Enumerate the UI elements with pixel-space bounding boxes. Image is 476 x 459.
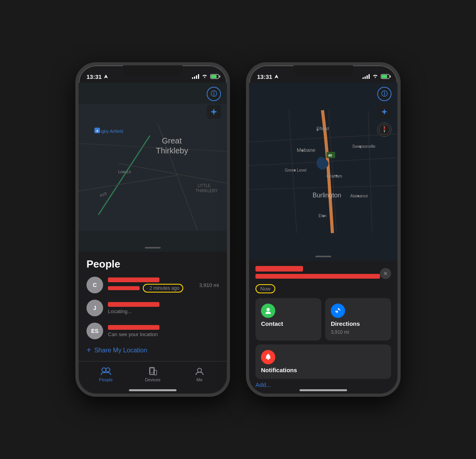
- svg-point-50: [268, 354, 269, 355]
- info-button-left[interactable]: ⓘ: [207, 87, 221, 101]
- svg-text:N: N: [384, 126, 385, 128]
- drag-handle-right[interactable]: [315, 256, 331, 257]
- battery-icon: [210, 74, 219, 79]
- notch: [123, 65, 182, 76]
- person-status-es: Can see your location: [108, 331, 219, 337]
- contact-person-icon: [265, 307, 272, 314]
- contact-label: Contact: [261, 320, 316, 327]
- avatar-es: ES: [86, 323, 103, 339]
- svg-text:✈: ✈: [96, 129, 99, 133]
- directions-arrow-icon: [334, 307, 342, 314]
- sheet-title: People: [86, 258, 219, 270]
- share-label: Share My Location: [94, 347, 147, 354]
- directions-label: Directions: [331, 320, 386, 327]
- person-info-j: Locating...: [108, 302, 219, 314]
- person-sub-row-c: · 2 minutes ago: [108, 284, 194, 293]
- home-indicator-right: [299, 389, 347, 391]
- svg-point-21: [198, 368, 202, 372]
- person-status-j: Locating...: [108, 308, 219, 314]
- person-info-es: Can see your location: [108, 325, 219, 337]
- person-row-c[interactable]: C · 2 minutes ago 3,910 mi: [86, 277, 219, 293]
- person-info-c: · 2 minutes ago: [108, 277, 194, 293]
- svg-text:Green Level: Green Level: [285, 168, 306, 172]
- person-row-j[interactable]: J Locating...: [86, 300, 219, 316]
- add-link[interactable]: Add...: [255, 381, 391, 388]
- status-time-right: 13:31: [257, 73, 278, 80]
- locate-icon: [210, 108, 217, 115]
- share-location-button[interactable]: + Share My Location: [86, 346, 219, 355]
- contact-card[interactable]: Contact: [255, 298, 321, 340]
- location-arrow-icon: [104, 75, 108, 78]
- person-distance-c: 3,910 mi: [199, 282, 219, 288]
- svg-point-44: [357, 195, 359, 197]
- avatar-c: C: [86, 277, 103, 293]
- close-button[interactable]: ✕: [380, 268, 391, 279]
- svg-point-48: [267, 308, 270, 311]
- home-indicator-left: [129, 389, 177, 391]
- tab-people-label: People: [99, 377, 113, 382]
- detail-sub-bar: [255, 274, 380, 279]
- tab-devices[interactable]: Devices: [129, 367, 176, 382]
- map-svg-left: Low Ln A19 Great Thirkleby LITTLE THIRKL…: [79, 83, 227, 252]
- map-left: Low Ln A19 Great Thirkleby LITTLE THIRKL…: [79, 83, 227, 252]
- status-time-left: 13:31: [86, 73, 108, 80]
- svg-text:igby Airfield: igby Airfield: [101, 129, 123, 134]
- svg-text:Mebane: Mebane: [297, 147, 315, 153]
- tab-me-label: Me: [196, 377, 202, 382]
- detail-sheet-right: ✕ Now Contact: [249, 260, 397, 394]
- bell-icon: [265, 354, 272, 361]
- svg-point-45: [323, 215, 324, 217]
- notifications-label: Notifications: [261, 367, 386, 373]
- action-grid: Contact Directions 3,910 mi: [255, 298, 391, 340]
- detail-name-bar: [255, 266, 303, 272]
- now-badge: Now: [255, 284, 275, 293]
- svg-rect-49: [267, 359, 269, 360]
- svg-point-17: [106, 368, 110, 372]
- svg-point-43: [336, 175, 337, 176]
- svg-text:Thirkleby: Thirkleby: [156, 146, 188, 155]
- directions-distance: 3,910 mi: [331, 329, 386, 335]
- drag-handle-left[interactable]: [145, 247, 161, 249]
- svg-text:Efland: Efland: [317, 126, 329, 131]
- signal-icon-right: [363, 74, 370, 79]
- svg-text:Great: Great: [162, 136, 182, 145]
- compass-icon: N: [379, 124, 390, 135]
- notifications-card[interactable]: Notifications: [255, 344, 391, 379]
- svg-text:Low Ln: Low Ln: [118, 170, 131, 174]
- locate-icon-right: [381, 108, 388, 115]
- time-highlight-c: · 2 minutes ago: [143, 284, 183, 293]
- right-phone: 13:31: [246, 62, 401, 397]
- plus-icon: +: [86, 346, 91, 355]
- svg-point-41: [359, 146, 361, 147]
- svg-text:Burlington: Burlington: [313, 192, 341, 199]
- tab-people[interactable]: People: [83, 367, 129, 382]
- tab-bar-left: People Devices Me: [79, 361, 227, 394]
- battery-icon-right: [381, 74, 390, 79]
- svg-point-39: [317, 129, 318, 131]
- location-arrow-icon-right: [274, 75, 278, 78]
- avatar-j: J: [86, 300, 103, 316]
- map-right: 40 Efland Mebane Swepsonville Green Leve…: [249, 83, 397, 260]
- tab-devices-label: Devices: [145, 377, 160, 382]
- svg-point-42: [294, 170, 296, 171]
- person-name-bar-c: [108, 277, 159, 282]
- person-name-bar-j: [108, 302, 159, 307]
- left-phone: 13:31: [75, 62, 230, 397]
- person-sub-bar-c: [108, 286, 140, 290]
- svg-text:Elon: Elon: [319, 214, 326, 218]
- directions-card[interactable]: Directions 3,910 mi: [325, 298, 391, 340]
- map-svg-right: 40 Efland Mebane Swepsonville Green Leve…: [249, 83, 397, 260]
- person-row-es[interactable]: ES Can see your location: [86, 323, 219, 339]
- svg-text:Alamance: Alamance: [350, 194, 368, 198]
- locate-button-right[interactable]: [377, 105, 392, 119]
- locate-button-left[interactable]: [207, 105, 221, 119]
- tab-me[interactable]: Me: [176, 367, 223, 382]
- me-tab-icon: [195, 367, 204, 376]
- wifi-icon-right: [372, 74, 378, 79]
- svg-text:THIRKLEBY: THIRKLEBY: [196, 189, 218, 193]
- info-button-right[interactable]: ⓘ: [377, 87, 392, 101]
- compass-button-right[interactable]: N: [377, 122, 392, 137]
- svg-point-16: [102, 368, 106, 372]
- status-icons-right: [363, 74, 390, 79]
- people-tab-icon: [101, 367, 111, 376]
